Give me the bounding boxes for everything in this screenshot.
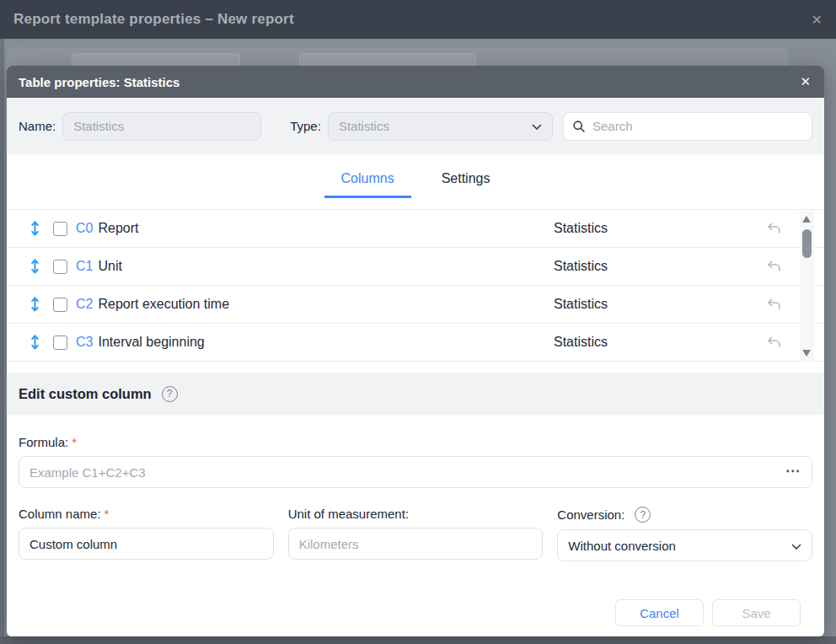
- window-title: Report template properties – New report: [13, 11, 294, 28]
- unit-input[interactable]: [288, 528, 544, 560]
- tab-columns[interactable]: Columns: [324, 171, 411, 198]
- column-label: C2Report execution time: [76, 297, 554, 312]
- dialog-title: Table properties: Statistics: [19, 75, 180, 89]
- drag-handle-icon[interactable]: [29, 334, 43, 351]
- type-label: Type:: [290, 119, 321, 133]
- search-icon: [572, 120, 586, 133]
- field-grid: Column name: * Unit of measurement: Conv…: [19, 507, 812, 561]
- formula-field-wrap: ⋯: [19, 449, 812, 488]
- undo-icon[interactable]: [764, 256, 784, 276]
- dialog-toolbar: Name: Type: Statistics: [7, 98, 824, 154]
- type-select-value: Statistics: [339, 119, 389, 133]
- column-name: Report execution time: [98, 297, 229, 311]
- dialog-footer: Cancel Save: [19, 599, 812, 636]
- column-source: Statistics: [554, 259, 764, 274]
- column-code: C0: [76, 221, 93, 235]
- column-checkbox[interactable]: [53, 298, 67, 312]
- scroll-down-arrow-icon[interactable]: [802, 350, 811, 357]
- undo-icon[interactable]: [764, 218, 784, 239]
- column-name-label: Column name:: [19, 507, 101, 521]
- unit-cell: Unit of measurement:: [288, 507, 544, 561]
- column-label: C0Report: [76, 221, 554, 236]
- conversion-select-value: Without conversion: [568, 539, 676, 553]
- name-label: Name:: [19, 119, 56, 133]
- edit-custom-column-form: Formula: * ⋯ Column name: * Unit of meas…: [7, 415, 824, 636]
- column-name-cell: Column name: *: [19, 507, 274, 561]
- chevron-down-icon: [791, 539, 801, 553]
- column-label: C1Unit: [76, 259, 554, 274]
- unit-label: Unit of measurement:: [288, 507, 409, 521]
- conversion-select[interactable]: Without conversion: [557, 529, 812, 561]
- conversion-label: Conversion:: [557, 507, 624, 522]
- formula-more-icon[interactable]: ⋯: [785, 464, 801, 478]
- required-asterisk: *: [72, 435, 77, 449]
- column-name: Interval beginning: [98, 335, 204, 349]
- scrollbar[interactable]: [800, 211, 814, 362]
- required-asterisk: *: [104, 507, 110, 521]
- column-source: Statistics: [554, 221, 764, 236]
- formula-input[interactable]: [19, 456, 812, 488]
- table-row: C3Interval beginning Statistics: [7, 324, 824, 362]
- drag-handle-icon[interactable]: [29, 258, 43, 275]
- column-checkbox[interactable]: [53, 335, 67, 350]
- window-close-icon[interactable]: ✕: [812, 12, 823, 28]
- table-row: C1Unit Statistics: [7, 248, 824, 286]
- column-name: Report: [98, 221, 138, 235]
- help-icon[interactable]: ?: [162, 386, 178, 402]
- column-checkbox[interactable]: [53, 222, 67, 236]
- formula-label-row: Formula: *: [19, 435, 812, 449]
- column-name-input[interactable]: [19, 528, 274, 560]
- scroll-up-arrow-icon[interactable]: [802, 216, 811, 223]
- dialog-header: Table properties: Statistics ✕: [7, 66, 824, 98]
- tab-bar: Columns Settings: [7, 154, 824, 198]
- table-properties-dialog: Table properties: Statistics ✕ Name: Typ…: [7, 66, 824, 636]
- unit-label-row: Unit of measurement:: [288, 507, 544, 521]
- dialog-close-icon[interactable]: ✕: [800, 74, 811, 89]
- column-code: C1: [76, 259, 93, 273]
- edit-custom-column-header: Edit custom column ?: [7, 373, 824, 415]
- search-input[interactable]: [592, 119, 803, 133]
- cancel-button[interactable]: Cancel: [615, 599, 704, 626]
- conversion-label-row: Conversion: ?: [557, 507, 812, 523]
- conversion-cell: Conversion: ? Without conversion: [557, 507, 812, 561]
- background-dialog-left-edge: [0, 39, 4, 636]
- column-source: Statistics: [554, 297, 764, 312]
- undo-icon[interactable]: [764, 332, 784, 352]
- column-name-label-row: Column name: *: [19, 507, 274, 521]
- column-name: Unit: [98, 259, 121, 273]
- tab-settings[interactable]: Settings: [425, 171, 507, 198]
- scrollbar-thumb[interactable]: [802, 229, 812, 258]
- drag-handle-icon[interactable]: [29, 296, 43, 313]
- search-box[interactable]: [563, 112, 812, 141]
- column-checkbox[interactable]: [53, 260, 67, 274]
- type-select[interactable]: Statistics: [328, 112, 553, 141]
- undo-icon[interactable]: [764, 294, 784, 314]
- column-source: Statistics: [554, 335, 764, 350]
- window-titlebar: Report template properties – New report …: [0, 0, 836, 39]
- column-code: C3: [76, 335, 93, 349]
- name-input[interactable]: [62, 112, 261, 141]
- edit-custom-column-title: Edit custom column: [19, 386, 152, 402]
- column-list: C0Report Statistics C1Unit Statistics C2…: [7, 209, 824, 362]
- column-label: C3Interval beginning: [76, 335, 554, 350]
- background-dialog-bottom-edge: [0, 636, 836, 644]
- save-button[interactable]: Save: [712, 599, 801, 626]
- column-code: C2: [76, 297, 93, 311]
- table-row: C0Report Statistics: [7, 210, 824, 248]
- table-row: C2Report execution time Statistics: [7, 286, 824, 324]
- formula-label: Formula:: [19, 435, 68, 449]
- chevron-down-icon: [532, 119, 542, 133]
- help-icon[interactable]: ?: [635, 507, 651, 523]
- drag-handle-icon[interactable]: [29, 220, 43, 237]
